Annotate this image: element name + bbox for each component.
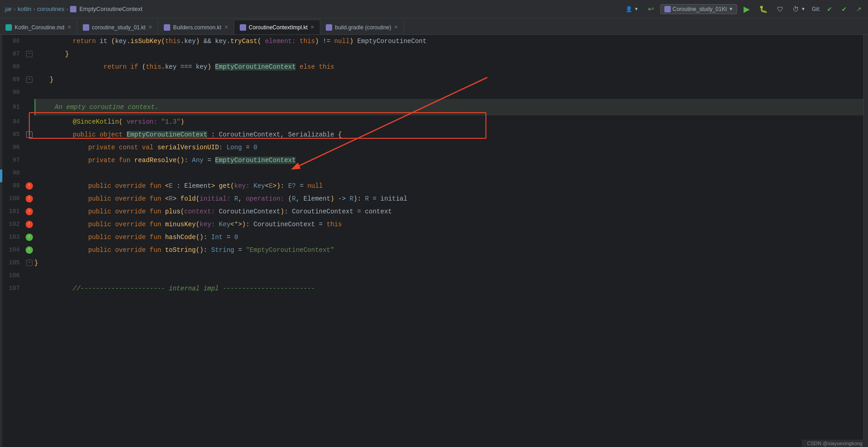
tab-kt2-close[interactable]: ✕ [224,24,228,30]
back-icon: ↩ [648,5,654,13]
line-icon-106 [25,272,33,280]
config-name: Coroutine_study_01Kt [673,6,727,12]
line-number-95: 95 [2,128,25,141]
app-window: .jar › kotlin › coroutines › EmptyCorout… [0,0,868,447]
line-icon-87: − [25,50,33,58]
code-container: 86 return it (key.isSubKey(this.key) && … [2,35,863,447]
line-icon-98 [25,169,33,177]
line-icon-107 [25,284,33,293]
code-line-104: 104 ↑ public override fun toString(): St… [2,244,863,256]
tab-kt2-icon [164,24,170,31]
line-number-89: 89 [2,73,25,86]
line-icon-97 [25,156,33,164]
code-line-86: 86 return it (key.isSubKey(this.key) && … [2,35,863,48]
tab-gradle-icon [326,24,332,31]
line-number-105: 105 [2,256,25,269]
fold-89[interactable]: − [26,76,32,83]
vertical-scrollbar[interactable] [863,35,868,447]
line-icon-89: − [25,76,33,84]
code-line-95: 95 − public object EmptyCoroutineContext… [2,128,863,141]
profile-dropdown: ▼ [801,6,805,11]
tab-gradle-close[interactable]: ✕ [394,24,398,30]
line-icon-105: − [25,259,33,267]
line-number-91: 91 [2,99,25,115]
line-icon-91 [25,103,33,111]
back-button[interactable]: ↩ [645,3,657,15]
line-icon-102: ↑ [25,220,33,229]
debug-icon: 🐛 [759,5,768,13]
vcs-button[interactable]: 👤 ▼ [623,5,642,14]
git-arrow[interactable]: ↗ [853,4,864,14]
tab-builders-common[interactable]: Builders.common.kt ✕ [158,20,234,34]
line-number-97: 97 [2,154,25,167]
tab-kt3-icon [240,24,246,31]
line-number-88: 88 [2,60,25,73]
override-indicator-102: ↑ [26,221,33,228]
config-dropdown-arrow: ▼ [729,6,733,11]
watermark: CSDN @xiayuexingkong [802,440,868,447]
line-icon-94 [25,118,33,126]
tab-kt1-close[interactable]: ✕ [148,24,152,30]
line-number-87: 87 [2,48,25,60]
code-line-97: 97 private fun readResolve(): Any = Empt… [2,154,863,167]
tab-md-close[interactable]: ✕ [67,24,71,30]
dropdown-arrow: ▼ [634,6,639,11]
code-line-88: 88 return if (this.key === key) EmptyCor… [2,60,863,73]
override-indicator-100: ↑ [26,195,33,202]
breadcrumb-kotlin[interactable]: kotlin [17,5,31,12]
line-number-104: 104 [2,244,25,256]
override-indicator-99: ↑ [26,182,33,190]
tab-kt3-close[interactable]: ✕ [310,24,314,30]
git-check2-icon: ✔ [841,5,847,13]
editor-area: 86 return it (key.isSubKey(this.key) && … [0,35,868,447]
breadcrumb-coroutines[interactable]: coroutines [37,5,65,12]
line-number-86: 86 [2,35,25,48]
line-icon-101: ↑ [25,207,33,216]
fold-95[interactable]: − [26,131,32,138]
line-icon-104: ↑ [25,246,33,254]
tab-coroutinecontextimpl[interactable]: CoroutineContextImpl.kt ✕ [234,20,321,34]
tab-kt3-label: CoroutineContextImpl.kt [249,24,308,31]
line-number-98: 98 [2,167,25,180]
fold-105[interactable]: − [26,260,32,266]
profile-button[interactable]: ⏱ ▼ [790,4,808,14]
git-checkmark2[interactable]: ✔ [839,4,850,14]
line-icon-100: ↑ [25,195,33,203]
run-button[interactable]: ▶ [741,3,753,16]
run-config-dropdown[interactable]: Coroutine_study_01Kt ▼ [660,4,738,14]
line-number-94: 94 [2,115,25,128]
toolbar: .jar › kotlin › coroutines › EmptyCorout… [0,0,868,18]
line-icon-95: − [25,131,33,139]
tab-coroutine-study[interactable]: coroutine_study_01.kt ✕ [77,20,158,34]
coverage-icon: 🛡 [777,5,783,13]
fold-87[interactable]: − [26,51,32,57]
tab-kt2-label: Builders.common.kt [173,24,221,31]
code-line-90: 90 [2,86,863,99]
tab-kt1-icon [83,24,89,31]
coverage-button[interactable]: 🛡 [774,4,786,14]
tab-build-gradle[interactable]: build.gradle (coroutine) ✕ [320,20,404,34]
code-line-105: 105 − } [2,256,863,269]
debug-button[interactable]: 🐛 [756,4,771,15]
line-icon-90 [25,88,33,97]
line-number-107: 107 [2,282,25,295]
line-number-99: 99 [2,180,25,192]
line-content-95: public object EmptyCoroutineContext : Co… [34,115,863,154]
line-content-89: } [34,73,863,86]
line-number-90: 90 [2,86,25,99]
profile-icon: ⏱ [793,5,799,13]
breadcrumb-classname: EmptyCoroutineContext [79,5,142,12]
override-indicator-101: ↑ [26,208,33,215]
line-content-90 [34,86,863,99]
line-icon-96 [25,143,33,152]
line-number-106: 106 [2,269,25,282]
tab-md-label: Kotlin_Coroutine.md [15,24,65,31]
git-checkmark1[interactable]: ✔ [824,4,835,14]
toolbar-right: 👤 ▼ ↩ Coroutine_study_01Kt ▼ ▶ 🐛 [623,3,864,16]
breadcrumb: .jar › kotlin › coroutines › EmptyCorout… [4,5,142,12]
git-arrow-icon: ↗ [856,5,862,13]
tab-kotlin-coroutine-md[interactable]: Kotlin_Coroutine.md ✕ [0,20,77,34]
person-icon: 👤 [625,6,632,12]
tab-kt1-label: coroutine_study_01.kt [92,24,146,31]
breadcrumb-jar[interactable]: .jar [4,5,12,12]
